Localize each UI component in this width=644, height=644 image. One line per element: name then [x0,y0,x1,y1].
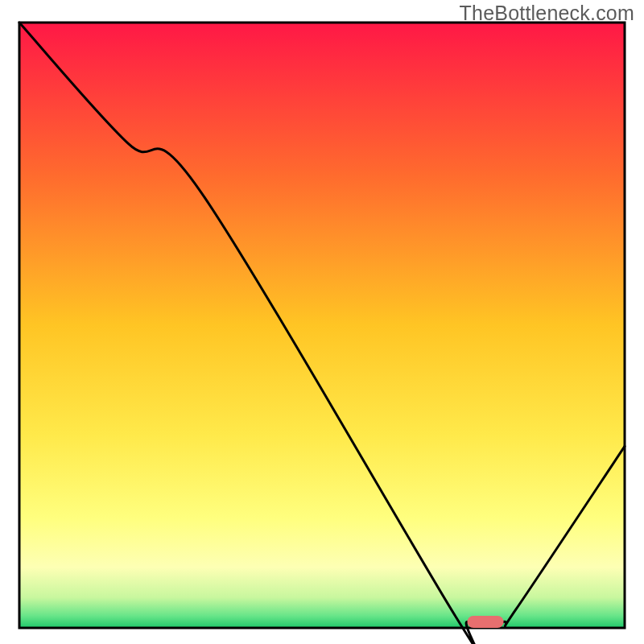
bottleneck-chart [0,0,644,644]
optimal-range-marker [467,616,503,628]
watermark-text: TheBottleneck.com [460,2,634,25]
plot-background [19,23,625,628]
chart-container: TheBottleneck.com [0,0,644,644]
